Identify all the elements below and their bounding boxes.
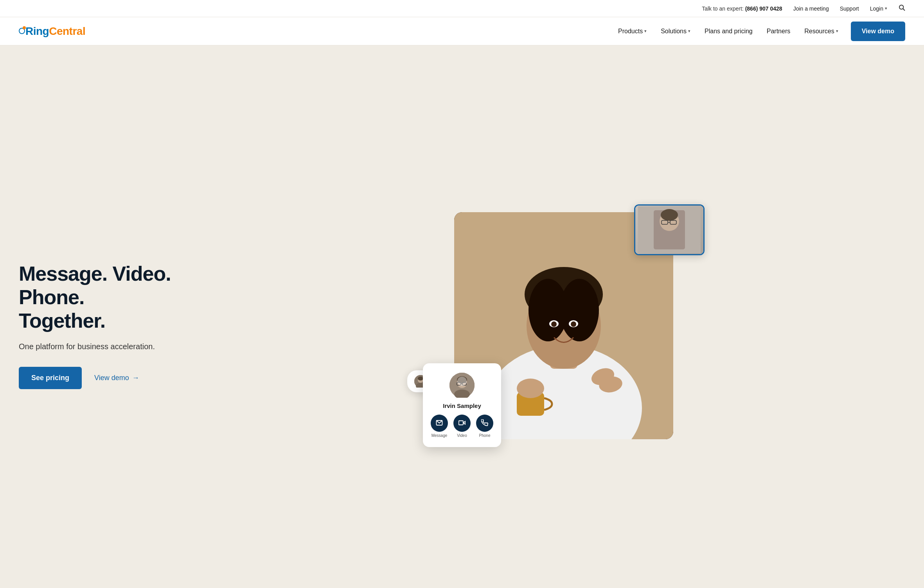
svg-point-14 xyxy=(517,379,544,398)
contact-avatar xyxy=(449,373,475,398)
video-label: Video xyxy=(457,433,467,438)
message-action-btn[interactable] xyxy=(431,415,448,432)
logo[interactable]: RingCentral xyxy=(19,25,85,38)
hero-content: Message. Video. Phone. Together. One pla… xyxy=(19,262,222,389)
svg-point-0 xyxy=(899,5,904,9)
top-bar: Talk to an expert: (866) 907 0428 Join a… xyxy=(0,0,924,17)
hero-visual: Let's kick this project off xyxy=(222,204,905,447)
resources-chevron-icon: ▾ xyxy=(836,29,838,34)
message-label: Message xyxy=(431,433,448,438)
nav-view-demo-button[interactable]: View demo xyxy=(851,22,905,41)
nav-items: Products ▾ Solutions ▾ Plans and pricing… xyxy=(618,28,838,35)
phone-label: Phone xyxy=(479,433,491,438)
hero-buttons: See pricing View demo → xyxy=(19,367,222,389)
search-icon[interactable] xyxy=(898,4,905,13)
support-link[interactable]: Support xyxy=(840,5,859,12)
svg-point-30 xyxy=(457,376,467,383)
pip-video-feed xyxy=(635,206,703,254)
svg-rect-37 xyxy=(459,420,463,425)
hero-headline: Message. Video. Phone. Together. xyxy=(19,262,222,332)
join-meeting-link[interactable]: Join a meeting xyxy=(793,5,829,12)
contact-card: Irvin Sampley Message xyxy=(423,363,501,447)
contact-message-action[interactable]: Message xyxy=(431,415,448,438)
contact-info: Talk to an expert: (866) 907 0428 xyxy=(702,5,782,12)
svg-line-1 xyxy=(903,9,905,11)
nav-partners[interactable]: Partners xyxy=(767,28,790,35)
contact-video-action[interactable]: Video xyxy=(453,415,471,438)
video-icon xyxy=(458,419,466,427)
login-chevron-icon: ▾ xyxy=(885,6,887,11)
contact-phone-action[interactable]: Phone xyxy=(476,415,493,438)
logo-ring-icon xyxy=(19,28,25,34)
phone-action-btn[interactable] xyxy=(476,415,493,432)
login-button[interactable]: Login ▾ xyxy=(870,5,887,12)
logo-central-text: Central xyxy=(49,25,85,38)
nav-resources[interactable]: Resources ▾ xyxy=(804,28,838,35)
phone-icon xyxy=(481,419,488,427)
video-pip xyxy=(634,204,705,255)
products-chevron-icon: ▾ xyxy=(644,29,647,34)
hero-section: Message. Video. Phone. Together. One pla… xyxy=(0,45,924,588)
svg-point-26 xyxy=(418,377,423,381)
message-icon xyxy=(436,419,443,427)
see-pricing-button[interactable]: See pricing xyxy=(19,367,82,389)
video-action-btn[interactable] xyxy=(453,415,471,432)
arrow-icon: → xyxy=(132,374,139,382)
view-demo-link[interactable]: View demo → xyxy=(94,374,139,382)
nav-solutions[interactable]: Solutions ▾ xyxy=(661,28,690,35)
hero-image: Let's kick this project off xyxy=(454,212,673,439)
nav-products[interactable]: Products ▾ xyxy=(618,28,647,35)
svg-point-12 xyxy=(571,321,576,327)
contact-actions: Message Video xyxy=(434,415,490,438)
hero-subtext: One platform for business acceleration. xyxy=(19,342,222,351)
svg-point-20 xyxy=(661,209,678,221)
solutions-chevron-icon: ▾ xyxy=(688,29,690,34)
nav-pricing[interactable]: Plans and pricing xyxy=(705,28,753,35)
svg-point-10 xyxy=(551,321,557,327)
main-nav: RingCentral Products ▾ Solutions ▾ Plans… xyxy=(0,17,924,45)
logo-ring-text: Ring xyxy=(25,25,49,38)
svg-point-29 xyxy=(457,378,467,388)
svg-point-8 xyxy=(560,279,599,341)
contact-name: Irvin Sampley xyxy=(434,402,490,409)
